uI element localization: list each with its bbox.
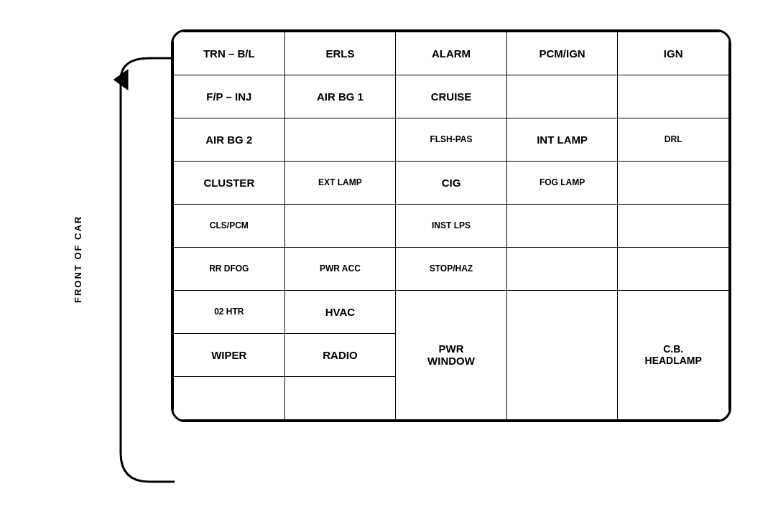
cell-pcm-ign: PCM/IGN (506, 32, 618, 75)
table-row: CLUSTER EXT LAMP CIG FOG LAMP (174, 161, 729, 204)
cell-rr-dfog: RR DFOG (174, 247, 285, 290)
cell-empty-r6c4 (506, 247, 618, 290)
cell-cb-headlamp: C.B.HEADLAMP (618, 290, 729, 419)
cell-air-bg1: AIR BG 1 (284, 75, 396, 118)
table-row: F/P – INJ AIR BG 1 CRUISE (174, 75, 729, 118)
table-row: TRN – B/L ERLS ALARM PCM/IGN IGN (174, 32, 729, 75)
cell-pwr-window: PWRWINDOW (396, 290, 507, 419)
cell-fp-inj: F/P – INJ (174, 75, 285, 118)
cell-trn-bl: TRN – B/L (174, 32, 285, 75)
cell-empty-r5c2 (284, 204, 396, 247)
cell-cluster: CLUSTER (174, 161, 285, 204)
table-row: AIR BG 2 FLSH-PAS INT LAMP DRL (174, 118, 729, 161)
cell-cruise: CRUISE (396, 75, 507, 118)
fuse-table: TRN – B/L ERLS ALARM PCM/IGN IGN F/P – I… (173, 32, 729, 420)
cell-fog-lamp: FOG LAMP (506, 161, 618, 204)
cell-inst-lps: INST LPS (396, 204, 507, 247)
table-row: RR DFOG PWR ACC STOP/HAZ (174, 247, 729, 290)
cell-air-bg2: AIR BG 2 (174, 118, 285, 161)
cell-empty-r6c5 (618, 247, 729, 290)
cell-int-lamp: INT LAMP (506, 118, 618, 161)
cell-ign: IGN (618, 32, 729, 75)
fuse-box: TRN – B/L ERLS ALARM PCM/IGN IGN F/P – I… (171, 29, 731, 422)
cell-erls: ERLS (284, 32, 396, 75)
cell-empty-r2c4 (506, 75, 618, 118)
cell-ext-lamp: EXT LAMP (284, 161, 396, 204)
cell-empty-r7c4 (506, 290, 618, 419)
cell-empty-r3c2 (284, 118, 396, 161)
table-row: 02 HTR HVAC PWRWINDOW C.B.HEADLAMP (174, 290, 729, 333)
cell-stop-haz: STOP/HAZ (396, 247, 507, 290)
cell-empty-r9c1 (174, 376, 285, 419)
cell-empty-r4c5 (618, 161, 729, 204)
cell-empty-r2c5 (618, 75, 729, 118)
cell-flsh-pas: FLSH-PAS (396, 118, 507, 161)
table-row: CLS/PCM INST LPS (174, 204, 729, 247)
diagram-container: FRONT OF CAR TRN – B/L ERLS ALARM PCM/IG… (27, 15, 746, 518)
cell-02-htr: 02 HTR (174, 290, 285, 333)
cell-empty-r5c4 (506, 204, 618, 247)
cell-hvac: HVAC (284, 290, 396, 333)
cell-pwr-acc: PWR ACC (284, 247, 396, 290)
cell-alarm: ALARM (396, 32, 507, 75)
cell-cls-pcm: CLS/PCM (174, 204, 285, 247)
cell-empty-r5c5 (618, 204, 729, 247)
cell-empty-r9c2 (284, 376, 396, 419)
cell-drl: DRL (618, 118, 729, 161)
front-of-car-label: FRONT OF CAR (67, 159, 88, 360)
cell-cig: CIG (396, 161, 507, 204)
cell-radio: RADIO (284, 333, 396, 376)
cell-wiper: WIPER (174, 333, 285, 376)
